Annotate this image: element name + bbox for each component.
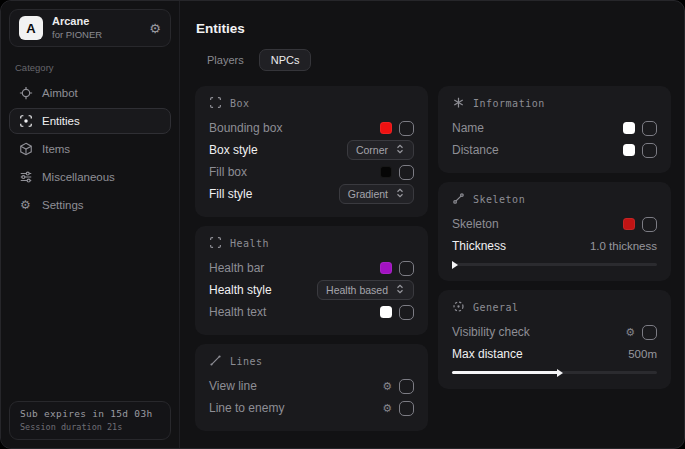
row-controls xyxy=(380,165,414,180)
color-swatch[interactable] xyxy=(623,218,635,230)
color-swatch[interactable] xyxy=(380,262,392,274)
view-line-settings-gear-icon[interactable]: ⚙ xyxy=(382,381,392,392)
page-title: Entities xyxy=(196,21,671,36)
unfold-icon xyxy=(395,284,405,296)
sliders-icon xyxy=(18,170,33,185)
name-checkbox[interactable] xyxy=(642,121,657,136)
setting-label: View line xyxy=(209,379,257,393)
setting-row-health-bar: Health bar xyxy=(209,257,414,279)
dropdown-value: Health based xyxy=(326,284,388,296)
setting-row-fill-box: Fill box xyxy=(209,161,414,183)
general-card: General Visibility check ⚙ Max distance … xyxy=(438,290,671,389)
sidebar-nav: Aimbot Entities Items xyxy=(9,80,171,218)
setting-label: Bounding box xyxy=(209,121,282,135)
sidebar: A Arcane for PIONER ⚙ Category Aimbot xyxy=(1,1,180,448)
color-swatch[interactable] xyxy=(380,306,392,318)
bone-icon xyxy=(452,192,465,207)
health-bar-checkbox[interactable] xyxy=(399,261,414,276)
setting-label: Fill box xyxy=(209,165,247,179)
brand-settings-button[interactable]: ⚙ xyxy=(149,22,161,35)
gear-icon: ⚙ xyxy=(149,21,161,36)
setting-row-max-distance: Max distance 500m xyxy=(452,343,657,365)
tab-players[interactable]: Players xyxy=(195,49,256,71)
slider-handle[interactable] xyxy=(557,369,563,377)
sidebar-item-aimbot[interactable]: Aimbot xyxy=(9,80,171,106)
color-swatch[interactable] xyxy=(380,166,392,178)
right-column: Information Name Distance xyxy=(438,86,671,389)
row-controls xyxy=(380,305,414,320)
color-swatch[interactable] xyxy=(380,122,392,134)
setting-label: Line to enemy xyxy=(209,401,284,415)
health-card: Health Health bar Health style Health ba… xyxy=(195,226,428,335)
visibility-check-settings-gear-icon[interactable]: ⚙ xyxy=(625,327,635,338)
card-title: General xyxy=(473,302,519,313)
sidebar-item-label: Entities xyxy=(42,115,80,127)
row-controls: ⚙ xyxy=(382,401,414,416)
color-swatch[interactable] xyxy=(623,144,635,156)
general-card-header: General xyxy=(452,300,657,315)
setting-label: Thickness xyxy=(452,239,506,253)
health-style-dropdown[interactable]: Health based xyxy=(317,280,414,300)
line-to-enemy-checkbox[interactable] xyxy=(399,401,414,416)
unfold-icon xyxy=(395,188,405,200)
category-label: Category xyxy=(15,62,165,73)
slider-handle[interactable] xyxy=(452,261,458,269)
setting-label: Max distance xyxy=(452,347,523,361)
health-text-checkbox[interactable] xyxy=(399,305,414,320)
thickness-slider[interactable] xyxy=(452,260,657,269)
setting-label: Health text xyxy=(209,305,266,319)
card-title: Health xyxy=(230,238,269,249)
slider-value-text: 500m xyxy=(628,348,657,360)
setting-row-line-to-enemy: Line to enemy ⚙ xyxy=(209,397,414,419)
slider-track[interactable] xyxy=(452,263,657,266)
sub-expires-text: Sub expires in 15d 03h xyxy=(20,408,160,419)
setting-row-distance: Distance xyxy=(452,139,657,161)
health-card-header: Health xyxy=(209,236,414,251)
card-title: Information xyxy=(473,98,545,109)
box-card: Box Bounding box Box style Corner xyxy=(195,86,428,217)
setting-row-fill-style: Fill style Gradient xyxy=(209,183,414,205)
fill-box-checkbox[interactable] xyxy=(399,165,414,180)
app-logo: A xyxy=(19,16,43,40)
app-subtitle: for PIONER xyxy=(52,29,102,41)
distance-checkbox[interactable] xyxy=(642,143,657,158)
sidebar-item-items[interactable]: Items xyxy=(9,136,171,162)
max-distance-slider[interactable] xyxy=(452,368,657,377)
sidebar-item-label: Miscellaneous xyxy=(42,171,115,183)
brand-text: Arcane for PIONER xyxy=(52,15,102,41)
box-style-dropdown[interactable]: Corner xyxy=(347,140,414,160)
sidebar-item-settings[interactable]: ⚙ Settings xyxy=(9,192,171,218)
view-line-checkbox[interactable] xyxy=(399,379,414,394)
setting-row-health-style: Health style Health based xyxy=(209,279,414,301)
skeleton-card-header: Skeleton xyxy=(452,192,657,207)
skeleton-card: Skeleton Skeleton Thickness 1.0 thicknes… xyxy=(438,182,671,281)
bounding-box-checkbox[interactable] xyxy=(399,121,414,136)
color-swatch[interactable] xyxy=(623,122,635,134)
line-to-enemy-settings-gear-icon[interactable]: ⚙ xyxy=(382,403,392,414)
tab-bar: Players NPCs xyxy=(195,49,671,71)
sidebar-item-miscellaneous[interactable]: Miscellaneous xyxy=(9,164,171,190)
skeleton-checkbox[interactable] xyxy=(642,217,657,232)
setting-row-visibility-check: Visibility check ⚙ xyxy=(452,321,657,343)
app-window: A Arcane for PIONER ⚙ Category Aimbot xyxy=(0,0,685,449)
session-duration-text: Session duration 21s xyxy=(20,422,160,432)
card-title: Skeleton xyxy=(473,194,525,205)
entities-icon xyxy=(18,114,33,129)
lines-card: Lines View line ⚙ Line to enemy ⚙ xyxy=(195,344,428,431)
information-card-header: Information xyxy=(452,96,657,111)
app-title: Arcane xyxy=(52,15,102,29)
setting-row-health-text: Health text xyxy=(209,301,414,323)
tab-npcs[interactable]: NPCs xyxy=(259,49,312,71)
card-title: Lines xyxy=(230,356,263,367)
gear-icon: ⚙ xyxy=(18,198,33,213)
fill-style-dropdown[interactable]: Gradient xyxy=(339,184,414,204)
setting-row-view-line: View line ⚙ xyxy=(209,375,414,397)
visibility-check-checkbox[interactable] xyxy=(642,325,657,340)
setting-row-bounding-box: Bounding box xyxy=(209,117,414,139)
sidebar-item-label: Aimbot xyxy=(42,87,78,99)
left-column: Box Bounding box Box style Corner xyxy=(195,86,428,431)
setting-label: Health style xyxy=(209,283,272,297)
lines-card-header: Lines xyxy=(209,354,414,369)
brackets-icon xyxy=(209,236,222,251)
sidebar-item-entities[interactable]: Entities xyxy=(9,108,171,134)
